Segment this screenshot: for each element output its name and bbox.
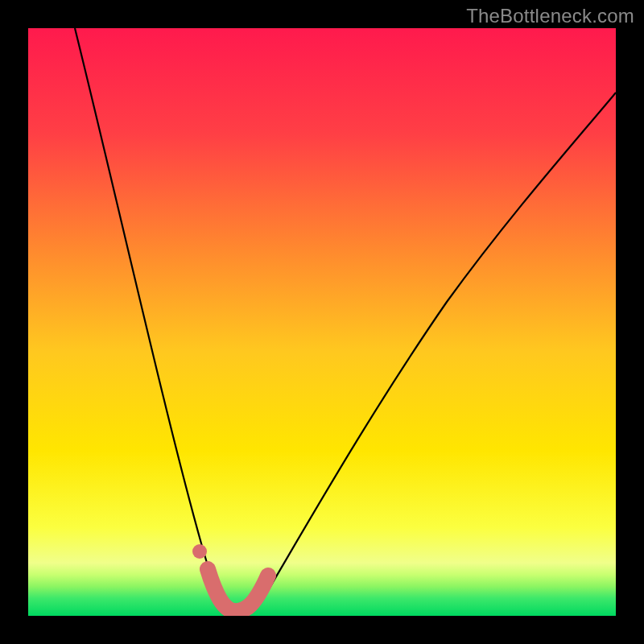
chart-svg <box>28 28 616 616</box>
dot-marker <box>192 544 207 559</box>
chart-background <box>28 28 616 616</box>
chart-frame: TheBottleneck.com <box>0 0 644 644</box>
chart-plot-area <box>28 28 616 616</box>
watermark-text: TheBottleneck.com <box>466 5 634 27</box>
